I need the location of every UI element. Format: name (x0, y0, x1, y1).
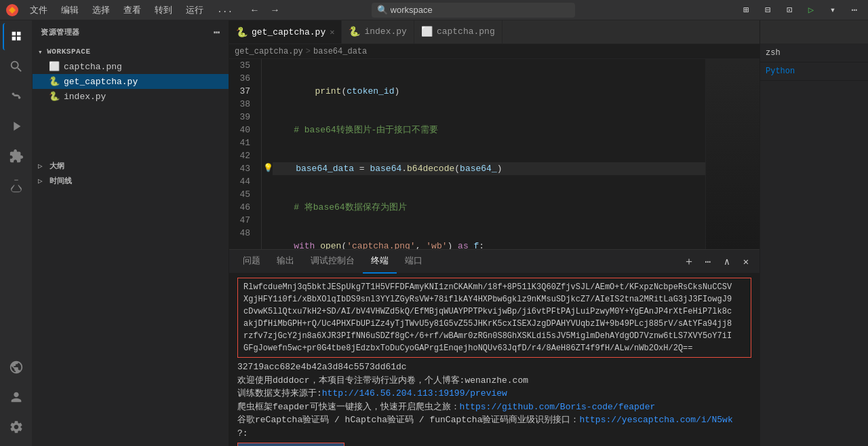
bulb-icon[interactable]: 💡 (263, 162, 273, 175)
ln-48: 48 (229, 227, 256, 240)
file-icon-py: 🐍 (49, 76, 60, 87)
settings-more[interactable]: ⋯ (846, 2, 863, 18)
breadcrumb-file[interactable]: get_captcha.py (235, 47, 303, 56)
tab-label: index.py (364, 26, 406, 37)
ln-43: 43 (229, 162, 256, 175)
sidebar-more-icon[interactable]: ⋯ (214, 26, 220, 39)
editor-main: 35 36 37 38 39 40 41 42 43 44 45 46 47 4… (229, 59, 760, 446)
panel-tab-output[interactable]: 输出 (269, 250, 302, 274)
sidebar-file-index[interactable]: 🐍 index.py (33, 89, 229, 104)
activity-settings[interactable] (3, 413, 30, 441)
breadcrumb-symbol[interactable]: base64_data (313, 47, 367, 56)
file-name: index.py (64, 92, 106, 102)
search-icon: 🔍 (377, 5, 388, 16)
code-editor[interactable]: 35 36 37 38 39 40 41 42 43 44 45 46 47 4… (229, 59, 705, 249)
panel-add-icon[interactable]: ＋ (681, 253, 697, 270)
activity-explorer[interactable] (3, 23, 30, 50)
code-line-38: # 将base64数据保存为图片 (273, 201, 705, 214)
tab-get-captcha[interactable]: 🐍 get_captcha.py ✕ (229, 20, 342, 43)
right-panel-python[interactable]: Python (760, 62, 868, 81)
terminal-output-text: 32719acc682e4b42a3d84c5573dd61dc 欢迎使用ddd… (237, 360, 751, 440)
sidebar-file-captcha-png[interactable]: ⬜ captcha.png (33, 59, 229, 74)
file-name: get_captcha.py (64, 77, 138, 87)
menu-run[interactable]: 运行 (180, 1, 209, 19)
code-content[interactable]: print(ctoken_id) # base64转换图片-由于接口不需要 💡 … (262, 59, 705, 249)
tab-label: captcha.png (437, 26, 495, 37)
layout-icon[interactable]: ⊞ (738, 2, 754, 18)
right-panel-zsh[interactable]: zsh (760, 44, 868, 62)
editor-area: 🐍 get_captcha.py ✕ 🐍 index.py ⬜ captcha.… (229, 20, 760, 446)
menu-view[interactable]: 查看 (118, 1, 146, 19)
activity-source-control[interactable] (3, 83, 30, 110)
file-icon-py2: 🐍 (49, 91, 60, 102)
ln-37: 37 (229, 85, 256, 98)
panel-content[interactable]: RlwfcdueMnj3q5bktJESpUkg7T1H5VFFDFAmyKNI… (229, 274, 760, 446)
sidebar-outline[interactable]: ▷大纲 (33, 158, 229, 173)
panel-more-icon[interactable]: ⋯ (700, 253, 716, 270)
menu-edit[interactable]: 编辑 (56, 1, 84, 19)
search-input[interactable] (391, 5, 570, 15)
ln-35: 35 (229, 59, 256, 72)
code-line-35: print(ctoken_id) (273, 85, 705, 98)
activity-search[interactable] (3, 53, 30, 80)
panel-tab-ports[interactable]: 端口 (397, 250, 431, 274)
tab-captcha-png[interactable]: ⬜ captcha.png (414, 20, 502, 43)
tab-bar: 🐍 get_captcha.py ✕ 🐍 index.py ⬜ captcha.… (229, 20, 760, 44)
panel-tabs: 问题 输出 调试控制台 终端 端口 ＋ ⋯ ∧ ✕ (229, 250, 760, 274)
right-panel: zsh Python (760, 20, 868, 446)
line-numbers: 35 36 37 38 39 40 41 42 43 44 45 46 47 4… (229, 59, 262, 249)
ln-46: 46 (229, 201, 256, 214)
menu-bar: 文件 编辑 选择 查看 转到 运行 ... ← → 🔍 ⊞ ⊟ ⊡ ▷ ▾ ⋯ (0, 0, 868, 20)
panel-tab-terminal[interactable]: 终端 (363, 250, 397, 274)
panel-area: 问题 输出 调试控制台 终端 端口 ＋ ⋯ ∧ ✕ RlwfcdueMnj3q5… (229, 249, 760, 446)
tab-index[interactable]: 🐍 index.py (342, 20, 414, 43)
panel-tab-debug[interactable]: 调试控制台 (302, 250, 363, 274)
editor-and-minimap: 35 36 37 38 39 40 41 42 43 44 45 46 47 4… (229, 59, 760, 249)
run-dropdown[interactable]: ▾ (825, 2, 841, 18)
workspace-section[interactable]: ▾ WORKSPACE (33, 44, 229, 59)
ln-45: 45 (229, 188, 256, 201)
tab-icon-py: 🐍 (236, 26, 248, 38)
panel-close-icon[interactable]: ✕ (738, 253, 754, 270)
nav-forward[interactable]: → (267, 2, 283, 18)
code-line-36: # base64转换图片-由于接口不需要 (273, 124, 705, 136)
breadcrumb-sep1: > (306, 47, 311, 56)
ln-41: 41 (229, 136, 256, 149)
terminal-base64-output: RlwfcdueMnj3q5bktJESpUkg7T1H5VFFDFAmyKNI… (237, 278, 751, 358)
fullscreen-icon[interactable]: ⊡ (781, 2, 797, 18)
run-icon[interactable]: ▷ (803, 2, 819, 18)
minimap (705, 59, 760, 249)
panel-tab-problems[interactable]: 问题 (235, 250, 269, 274)
menu-goto[interactable]: 转到 (149, 1, 178, 19)
activity-extensions[interactable] (3, 143, 30, 170)
activity-account[interactable] (3, 384, 30, 411)
search-bar[interactable]: 🔍 (372, 3, 575, 18)
breadcrumb: get_captcha.py > base64_data (229, 44, 760, 59)
workspace-label: WORKSPACE (47, 48, 90, 56)
panel-up-icon[interactable]: ∧ (719, 253, 735, 270)
activity-bottom (3, 354, 30, 446)
sidebar-timeline[interactable]: ▷时间线 (33, 173, 229, 188)
menu-select[interactable]: 选择 (87, 1, 115, 19)
activity-remote[interactable] (3, 354, 30, 381)
nav-back[interactable]: ← (246, 2, 262, 18)
app-logo (5, 3, 19, 17)
ln-42: 42 (229, 149, 256, 162)
activity-bar (0, 20, 33, 446)
tab-icon-py2: 🐍 (349, 26, 360, 37)
tab-close-get-captcha[interactable]: ✕ (330, 27, 334, 37)
panel-actions: ＋ ⋯ ∧ ✕ (681, 253, 754, 270)
menu-more[interactable]: ... (212, 2, 238, 18)
code-line-37: 💡 base64_data = base64.b64decode(base64_… (273, 162, 705, 175)
sidebar-file-get-captcha[interactable]: 🐍 get_captcha.py (33, 74, 229, 89)
activity-run-debug[interactable] (3, 113, 30, 140)
ln-40: 40 (229, 124, 256, 136)
ln-47: 47 (229, 214, 256, 227)
minimap-content (706, 59, 760, 249)
ln-36: 36 (229, 72, 256, 85)
split-icon[interactable]: ⊟ (760, 2, 776, 18)
activity-flask[interactable] (3, 172, 30, 200)
main-container: 资源管理器 ⋯ ▾ WORKSPACE ⬜ captcha.png 🐍 get_… (0, 20, 868, 446)
sidebar-title: 资源管理器 (41, 27, 80, 37)
menu-file[interactable]: 文件 (24, 1, 53, 19)
